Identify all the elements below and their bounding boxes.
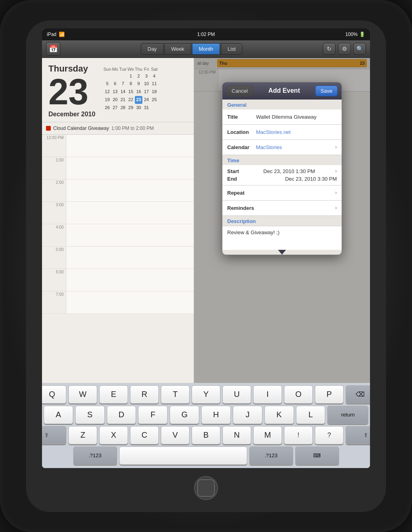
timeline-scroll[interactable]: 12:00 PM 1:00 2:00	[42, 135, 194, 372]
modal-cancel-button[interactable]: Cancel	[226, 86, 253, 96]
repeat-label: Repeat	[227, 190, 256, 196]
key-i[interactable]: I	[253, 385, 282, 404]
chevron-right-icon: ›	[335, 144, 337, 150]
key-g[interactable]: G	[170, 406, 199, 424]
description-field[interactable]: Review & Giveaway! ;)	[222, 226, 342, 250]
time-label: 1:00	[42, 157, 66, 179]
calendar-value: MacStories	[256, 144, 335, 150]
mini-cal-row-4: 19 20 21 22 23 24 25	[103, 96, 158, 104]
col-tue: Tue	[119, 67, 127, 72]
col-sat: Sat	[150, 67, 158, 72]
key-q[interactable]: Q	[42, 385, 66, 404]
space-key[interactable]	[119, 446, 247, 465]
home-button[interactable]	[194, 476, 218, 500]
modal-body: General Title Location MacStories.net	[222, 100, 342, 250]
location-value: MacStories.net	[256, 129, 337, 135]
time-label: 4:00	[42, 224, 66, 246]
time-label: 5:00	[42, 247, 66, 269]
numbers-right-key[interactable]: .?123	[249, 446, 293, 465]
return-key[interactable]: return	[327, 406, 368, 424]
key-e[interactable]: E	[99, 385, 128, 404]
location-label: Location	[227, 129, 256, 135]
mini-cal-row-2: 5 6 7 8 9 10 11	[103, 80, 158, 88]
key-s[interactable]: S	[75, 406, 105, 424]
tab-day[interactable]: Day	[141, 43, 164, 55]
event-color-dot	[46, 126, 51, 131]
general-section-header: General	[222, 100, 342, 110]
calendar-label: Calendar	[227, 144, 256, 150]
col-thu: Thu	[135, 67, 143, 72]
tab-list[interactable]: List	[221, 43, 242, 55]
device-label: iPad	[47, 32, 56, 37]
key-n[interactable]: N	[222, 426, 251, 444]
shift-left-key[interactable]: ⇧	[42, 426, 66, 444]
calendar-field[interactable]: Calendar MacStories ›	[222, 140, 342, 155]
left-panel: Thursday 23 December 2010 Sun Mo Tue	[42, 58, 194, 383]
key-h[interactable]: H	[201, 406, 231, 424]
key-p[interactable]: P	[315, 385, 344, 404]
title-input[interactable]	[256, 114, 337, 120]
key-question[interactable]: ?	[315, 426, 344, 444]
status-time: 1:02 PM	[197, 32, 215, 37]
search-button[interactable]: 🔍	[353, 43, 366, 55]
location-field[interactable]: Location MacStories.net	[222, 125, 342, 140]
end-value: Dec 23, 2010 3:30 PM	[285, 176, 337, 182]
modal-header: Cancel Add Event Save	[222, 82, 342, 100]
key-a[interactable]: A	[44, 406, 73, 424]
key-t[interactable]: T	[161, 385, 190, 404]
col-we: We	[127, 67, 135, 72]
key-w[interactable]: W	[68, 385, 97, 404]
time-section-header: Time	[222, 155, 342, 165]
time-slot-100: 1:00	[42, 157, 194, 179]
title-field[interactable]: Title	[222, 110, 342, 125]
backspace-key[interactable]: ⌫	[346, 385, 370, 404]
key-v[interactable]: V	[161, 426, 190, 444]
time-content	[66, 224, 194, 246]
key-y[interactable]: Y	[192, 385, 220, 404]
key-z[interactable]: Z	[68, 426, 97, 444]
key-j[interactable]: J	[233, 406, 262, 424]
key-k[interactable]: K	[264, 406, 294, 424]
shift-right-key[interactable]: ⇧	[346, 426, 370, 444]
settings-button[interactable]: ⚙	[338, 43, 351, 55]
keyboard-row-3: ⇧ Z X C V B N M ! ? ⇧	[44, 426, 368, 444]
home-button-inner	[197, 479, 215, 497]
time-slot-1200: 12:00 PM	[42, 135, 194, 157]
list-item[interactable]: Cloud Calendar Giveaway 1:00 PM to 2:00 …	[46, 126, 190, 131]
numbers-left-key[interactable]: .?123	[73, 446, 117, 465]
day-number: 23	[48, 74, 95, 110]
keyboard-dismiss-key[interactable]: ⌨	[295, 446, 339, 465]
key-exclaim[interactable]: !	[284, 426, 313, 444]
add-event-modal: Cancel Add Event Save General Title	[222, 82, 342, 255]
time-content	[66, 179, 194, 201]
refresh-button[interactable]: ↻	[323, 43, 336, 55]
time-slot-500: 5:00	[42, 247, 194, 269]
ipad-screen: iPad 📶 1:02 PM 100% 🔋 📅	[42, 28, 370, 468]
key-b[interactable]: B	[192, 426, 220, 444]
mini-calendar: Thursday 23 December 2010 Sun Mo Tue	[42, 58, 194, 122]
key-m[interactable]: M	[253, 426, 282, 444]
reminders-field[interactable]: Reminders ›	[222, 201, 342, 216]
end-time-row: End Dec 23, 2010 3:30 PM	[227, 175, 337, 183]
modal-save-button[interactable]: Save	[315, 86, 338, 96]
time-label: 2:00	[42, 179, 66, 201]
key-f[interactable]: F	[138, 406, 168, 424]
key-c[interactable]: C	[130, 426, 159, 444]
key-x[interactable]: X	[99, 426, 128, 444]
repeat-field[interactable]: Repeat ›	[222, 185, 342, 201]
key-l[interactable]: L	[296, 406, 326, 424]
tab-month[interactable]: Month	[192, 43, 220, 55]
time-field[interactable]: Start Dec 23, 2010 1:30 PM › End Dec 23,…	[222, 165, 342, 185]
time-slot-200: 2:00	[42, 179, 194, 202]
ipad-bezel: iPad 📶 1:02 PM 100% 🔋 📅	[26, 20, 386, 512]
time-slot-300: 3:00	[42, 202, 194, 224]
tab-week[interactable]: Week	[164, 43, 191, 55]
modal-arrow	[278, 250, 286, 255]
key-u[interactable]: U	[222, 385, 251, 404]
key-r[interactable]: R	[130, 385, 159, 404]
keyboard-row-4: .?123 .?123 ⌨	[44, 446, 368, 465]
event-title: Cloud Calendar Giveaway	[53, 126, 109, 131]
key-o[interactable]: O	[284, 385, 313, 404]
calendar-nav-button[interactable]: 📅	[46, 42, 60, 56]
key-d[interactable]: D	[107, 406, 136, 424]
